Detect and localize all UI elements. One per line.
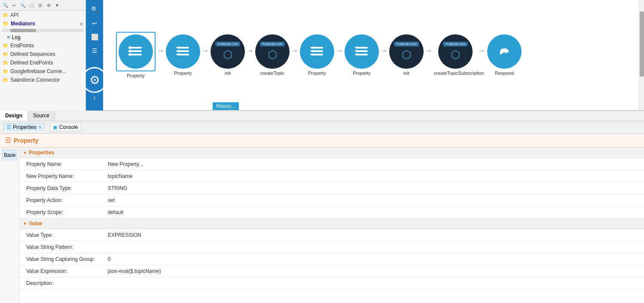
properties-icon: ☰: [6, 124, 11, 130]
toolbar-icon-5[interactable]: ☰: [36, 1, 44, 9]
flow-node-init2[interactable]: PUBSUB-CON ⬡ init: [389, 34, 424, 76]
sidebar-item-defined-sequences-label: Defined Sequences: [10, 51, 55, 57]
folder-icon-salesforce: 📁: [3, 77, 9, 83]
form-row-property-action: Property Action:: [19, 194, 644, 206]
node-icon-property1: [119, 34, 153, 69]
form-input-property-data-type[interactable]: [105, 184, 644, 193]
svg-rect-1: [130, 50, 142, 52]
left-bar-icon-3[interactable]: ⬜: [89, 31, 101, 43]
panel-tab-properties-label: Properties: [13, 124, 37, 130]
svg-rect-10: [311, 50, 323, 52]
section-header-properties[interactable]: ▼ Properties: [19, 147, 644, 158]
tab-design[interactable]: Design: [0, 111, 28, 121]
section-label-properties: Properties: [29, 150, 54, 156]
sidebar-item-salesforce-label: Salesforce Connector: [10, 77, 60, 83]
sidebar-item-defined-endpoints[interactable]: 📁 Defined EndPoints: [0, 58, 85, 67]
node-label-createtopicsub: createTopicSubscription: [434, 70, 477, 76]
form-sidebar-tab-base[interactable]: Base: [2, 149, 17, 161]
svg-rect-0: [130, 47, 142, 49]
arrow-4: →: [290, 47, 300, 55]
sidebar-toolbar: 🔍 ↩ 🔍 ⬜ ☰ ⚙ ▼: [0, 0, 85, 11]
sidebar-item-defined-endpoints-label: Defined EndPoints: [10, 60, 53, 66]
form-input-description[interactable]: [105, 279, 644, 288]
properties-tab-close[interactable]: ✕: [38, 125, 42, 130]
sidebar-item-endpoints-label: EndPoints: [10, 43, 34, 49]
form-label-new-property-name: New Property Name:: [19, 171, 105, 181]
form-content: ▼ Properties Property Name: New Property…: [19, 147, 644, 303]
svg-rect-6: [177, 47, 189, 49]
form-row-property-data-type: Property Data Type:: [19, 182, 644, 194]
flow-node-property2[interactable]: Property: [166, 34, 200, 76]
form-row-value-expression: Value Expression:: [19, 265, 644, 277]
flow-node-property1[interactable]: Property: [116, 32, 156, 78]
sidebar-item-salesforce[interactable]: 📁 Salesforce Connector: [0, 76, 85, 84]
node-label-createtopic: createTopic: [260, 70, 284, 76]
form-input-property-action[interactable]: [105, 196, 644, 205]
sidebar-item-googlefirebase[interactable]: 📁 Googlefirebase Conne...: [0, 67, 85, 76]
scrollbar-thumb-v: [640, 11, 644, 77]
flow-node-createtopicsub[interactable]: PUBSUB-CON ⬡ createTopicSubscription: [434, 34, 477, 76]
toolbar-icon-6[interactable]: ⚙: [45, 1, 52, 9]
flow-node-init1[interactable]: PUBSUB-CON ⬡ init: [211, 34, 245, 76]
node-label-property4: Property: [353, 70, 371, 76]
form-row-value-string-capturing: Value String Capturing Group:: [19, 253, 644, 265]
arrow-5: →: [334, 47, 345, 55]
form-label-property-data-type: Property Data Type:: [19, 184, 105, 193]
section-arrow-properties: ▼: [23, 150, 27, 155]
tab-source[interactable]: Source: [28, 111, 55, 121]
svg-rect-7: [177, 50, 189, 52]
form-label-property-scope: Property Scope:: [19, 208, 105, 217]
left-bar-icon-1[interactable]: 🔍: [89, 3, 101, 15]
sidebar-item-mediators[interactable]: 📁 Mediators ⊕: [0, 19, 85, 28]
toolbar-icon-1[interactable]: 🔍: [2, 1, 9, 9]
canvas-left-bar: 🔍 ↩ ⬜ ☰ ⚙ /: [86, 0, 103, 110]
sidebar-item-log-label: Log: [12, 34, 21, 40]
flow-node-property4[interactable]: Property: [345, 34, 379, 76]
left-bar-icon-2[interactable]: ↩: [89, 17, 101, 29]
pubsub-badge-1: PUBSUB-CON: [215, 42, 241, 46]
form-input-value-string-pattern[interactable]: [105, 243, 644, 251]
panel-tab-console[interactable]: ▣ Console: [50, 123, 81, 132]
property-title-icon: ☰: [5, 136, 11, 144]
section-header-value[interactable]: ▼ Value: [19, 218, 644, 229]
sidebar-item-endpoints[interactable]: 📁 EndPoints: [0, 41, 85, 50]
folder-icon-googlefirebase: 📁: [3, 69, 9, 74]
scrollbar-thumb: [10, 29, 36, 32]
node-label-property1: Property: [127, 73, 145, 78]
arrow-8: →: [477, 47, 487, 55]
form-input-value-string-capturing[interactable]: [105, 255, 644, 263]
node-label-init2: init: [403, 70, 409, 76]
form-label-value-expression: Value Expression:: [19, 266, 105, 276]
panel-header: ☰ Properties ✕ ▣ Console: [0, 121, 644, 134]
svg-rect-12: [356, 47, 368, 49]
toolbar-icon-2[interactable]: ↩: [10, 1, 18, 9]
flow-node-property3[interactable]: Property: [300, 34, 334, 76]
form-area: Base ▼ Properties Property Name: New Pro…: [0, 147, 644, 303]
vertical-scrollbar[interactable]: [639, 0, 644, 110]
sidebar: 🔍 ↩ 🔍 ⬜ ☰ ⚙ ▼ 📁 API 📁 Mediators: [0, 0, 86, 111]
arrow-7: →: [424, 47, 434, 55]
form-input-new-property-name[interactable]: [105, 172, 644, 181]
sidebar-item-defined-sequences[interactable]: 📁 Defined Sequences: [0, 50, 85, 58]
form-input-value-expression[interactable]: [105, 267, 644, 275]
form-input-property-name[interactable]: [105, 160, 644, 168]
flow-node-createtopic[interactable]: PUBSUB-CON ⬡ createTopic: [255, 34, 290, 76]
toolbar-icon-3[interactable]: 🔍: [19, 1, 27, 9]
toolbar-icon-collapse[interactable]: ▼: [53, 1, 61, 9]
pubsub-node-icon-1: ⬡: [223, 48, 233, 61]
form-input-value-type[interactable]: [105, 231, 644, 239]
panel-tab-properties[interactable]: ☰ Properties ✕: [3, 123, 45, 132]
property-title-text: Property: [14, 137, 39, 144]
toolbar-icon-4[interactable]: ⬜: [27, 1, 35, 9]
sidebar-item-log[interactable]: ≡ Log: [0, 33, 85, 41]
left-bar-icon-4[interactable]: ☰: [89, 45, 101, 57]
node-label-init1: init: [225, 70, 231, 76]
node-icon-init2: PUBSUB-CON ⬡: [389, 34, 424, 69]
panel-tab-console-label: Console: [59, 124, 78, 130]
canvas-area[interactable]: Property →: [103, 0, 644, 110]
flow-node-respond[interactable]: Respond: [487, 34, 522, 76]
form-input-property-scope[interactable]: [105, 208, 644, 217]
resource-strip-label: Resou...: [216, 103, 235, 109]
log-icon: ≡: [7, 34, 10, 40]
sidebar-item-api[interactable]: 📁 API: [0, 11, 85, 19]
